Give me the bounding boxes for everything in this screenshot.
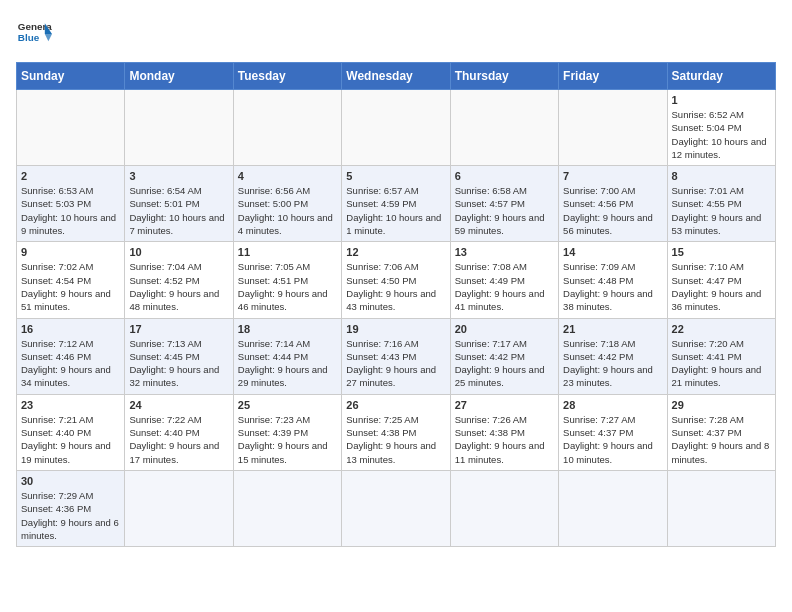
day-info: Sunrise: 7:25 AM Sunset: 4:38 PM Dayligh… (346, 413, 445, 466)
calendar-cell: 3Sunrise: 6:54 AM Sunset: 5:01 PM Daylig… (125, 166, 233, 242)
day-info: Sunrise: 7:29 AM Sunset: 4:36 PM Dayligh… (21, 489, 120, 542)
day-number: 29 (672, 399, 771, 411)
day-info: Sunrise: 7:23 AM Sunset: 4:39 PM Dayligh… (238, 413, 337, 466)
day-info: Sunrise: 6:52 AM Sunset: 5:04 PM Dayligh… (672, 108, 771, 161)
calendar-cell: 6Sunrise: 6:58 AM Sunset: 4:57 PM Daylig… (450, 166, 558, 242)
week-row-6: 30Sunrise: 7:29 AM Sunset: 4:36 PM Dayli… (17, 470, 776, 546)
day-number: 14 (563, 246, 662, 258)
day-info: Sunrise: 7:14 AM Sunset: 4:44 PM Dayligh… (238, 337, 337, 390)
calendar-cell: 21Sunrise: 7:18 AM Sunset: 4:42 PM Dayli… (559, 318, 667, 394)
weekday-header-saturday: Saturday (667, 63, 775, 90)
calendar-cell: 19Sunrise: 7:16 AM Sunset: 4:43 PM Dayli… (342, 318, 450, 394)
day-info: Sunrise: 7:04 AM Sunset: 4:52 PM Dayligh… (129, 260, 228, 313)
calendar-cell: 5Sunrise: 6:57 AM Sunset: 4:59 PM Daylig… (342, 166, 450, 242)
logo: General Blue (16, 16, 52, 52)
day-info: Sunrise: 7:18 AM Sunset: 4:42 PM Dayligh… (563, 337, 662, 390)
weekday-header-monday: Monday (125, 63, 233, 90)
calendar-cell (233, 90, 341, 166)
calendar-cell: 29Sunrise: 7:28 AM Sunset: 4:37 PM Dayli… (667, 394, 775, 470)
day-number: 10 (129, 246, 228, 258)
header: General Blue (16, 16, 776, 52)
svg-text:Blue: Blue (18, 32, 40, 43)
day-info: Sunrise: 7:20 AM Sunset: 4:41 PM Dayligh… (672, 337, 771, 390)
weekday-header-row: SundayMondayTuesdayWednesdayThursdayFrid… (17, 63, 776, 90)
day-info: Sunrise: 7:08 AM Sunset: 4:49 PM Dayligh… (455, 260, 554, 313)
calendar-cell: 9Sunrise: 7:02 AM Sunset: 4:54 PM Daylig… (17, 242, 125, 318)
calendar-cell: 4Sunrise: 6:56 AM Sunset: 5:00 PM Daylig… (233, 166, 341, 242)
week-row-5: 23Sunrise: 7:21 AM Sunset: 4:40 PM Dayli… (17, 394, 776, 470)
day-info: Sunrise: 6:54 AM Sunset: 5:01 PM Dayligh… (129, 184, 228, 237)
day-number: 13 (455, 246, 554, 258)
weekday-header-friday: Friday (559, 63, 667, 90)
calendar-cell (125, 90, 233, 166)
weekday-header-thursday: Thursday (450, 63, 558, 90)
calendar-cell (17, 90, 125, 166)
day-info: Sunrise: 7:09 AM Sunset: 4:48 PM Dayligh… (563, 260, 662, 313)
day-info: Sunrise: 6:56 AM Sunset: 5:00 PM Dayligh… (238, 184, 337, 237)
week-row-2: 2Sunrise: 6:53 AM Sunset: 5:03 PM Daylig… (17, 166, 776, 242)
day-number: 11 (238, 246, 337, 258)
day-number: 20 (455, 323, 554, 335)
day-number: 12 (346, 246, 445, 258)
day-number: 25 (238, 399, 337, 411)
calendar-cell: 13Sunrise: 7:08 AM Sunset: 4:49 PM Dayli… (450, 242, 558, 318)
day-info: Sunrise: 7:06 AM Sunset: 4:50 PM Dayligh… (346, 260, 445, 313)
day-number: 24 (129, 399, 228, 411)
day-number: 26 (346, 399, 445, 411)
day-number: 21 (563, 323, 662, 335)
calendar-cell (559, 90, 667, 166)
day-number: 23 (21, 399, 120, 411)
day-number: 1 (672, 94, 771, 106)
logo-icon: General Blue (16, 16, 52, 52)
day-info: Sunrise: 7:17 AM Sunset: 4:42 PM Dayligh… (455, 337, 554, 390)
day-info: Sunrise: 6:57 AM Sunset: 4:59 PM Dayligh… (346, 184, 445, 237)
calendar-cell: 18Sunrise: 7:14 AM Sunset: 4:44 PM Dayli… (233, 318, 341, 394)
day-info: Sunrise: 7:16 AM Sunset: 4:43 PM Dayligh… (346, 337, 445, 390)
calendar-cell: 14Sunrise: 7:09 AM Sunset: 4:48 PM Dayli… (559, 242, 667, 318)
calendar-cell: 8Sunrise: 7:01 AM Sunset: 4:55 PM Daylig… (667, 166, 775, 242)
day-info: Sunrise: 7:26 AM Sunset: 4:38 PM Dayligh… (455, 413, 554, 466)
calendar-cell: 22Sunrise: 7:20 AM Sunset: 4:41 PM Dayli… (667, 318, 775, 394)
calendar-cell: 10Sunrise: 7:04 AM Sunset: 4:52 PM Dayli… (125, 242, 233, 318)
calendar-cell: 7Sunrise: 7:00 AM Sunset: 4:56 PM Daylig… (559, 166, 667, 242)
day-number: 2 (21, 170, 120, 182)
calendar-cell: 30Sunrise: 7:29 AM Sunset: 4:36 PM Dayli… (17, 470, 125, 546)
calendar-cell: 2Sunrise: 6:53 AM Sunset: 5:03 PM Daylig… (17, 166, 125, 242)
day-info: Sunrise: 7:27 AM Sunset: 4:37 PM Dayligh… (563, 413, 662, 466)
day-number: 6 (455, 170, 554, 182)
day-number: 28 (563, 399, 662, 411)
day-number: 5 (346, 170, 445, 182)
day-info: Sunrise: 7:01 AM Sunset: 4:55 PM Dayligh… (672, 184, 771, 237)
calendar-cell: 16Sunrise: 7:12 AM Sunset: 4:46 PM Dayli… (17, 318, 125, 394)
calendar-cell (233, 470, 341, 546)
calendar-cell (559, 470, 667, 546)
calendar-table: SundayMondayTuesdayWednesdayThursdayFrid… (16, 62, 776, 547)
calendar-cell (342, 470, 450, 546)
day-number: 19 (346, 323, 445, 335)
day-info: Sunrise: 7:02 AM Sunset: 4:54 PM Dayligh… (21, 260, 120, 313)
week-row-3: 9Sunrise: 7:02 AM Sunset: 4:54 PM Daylig… (17, 242, 776, 318)
calendar-cell (125, 470, 233, 546)
calendar-cell: 26Sunrise: 7:25 AM Sunset: 4:38 PM Dayli… (342, 394, 450, 470)
calendar-cell: 11Sunrise: 7:05 AM Sunset: 4:51 PM Dayli… (233, 242, 341, 318)
day-info: Sunrise: 7:21 AM Sunset: 4:40 PM Dayligh… (21, 413, 120, 466)
day-number: 16 (21, 323, 120, 335)
day-info: Sunrise: 7:05 AM Sunset: 4:51 PM Dayligh… (238, 260, 337, 313)
calendar-cell: 1Sunrise: 6:52 AM Sunset: 5:04 PM Daylig… (667, 90, 775, 166)
day-info: Sunrise: 7:13 AM Sunset: 4:45 PM Dayligh… (129, 337, 228, 390)
day-info: Sunrise: 6:53 AM Sunset: 5:03 PM Dayligh… (21, 184, 120, 237)
calendar-cell: 27Sunrise: 7:26 AM Sunset: 4:38 PM Dayli… (450, 394, 558, 470)
calendar-cell: 15Sunrise: 7:10 AM Sunset: 4:47 PM Dayli… (667, 242, 775, 318)
calendar-cell: 23Sunrise: 7:21 AM Sunset: 4:40 PM Dayli… (17, 394, 125, 470)
day-info: Sunrise: 7:00 AM Sunset: 4:56 PM Dayligh… (563, 184, 662, 237)
calendar-cell: 12Sunrise: 7:06 AM Sunset: 4:50 PM Dayli… (342, 242, 450, 318)
day-number: 15 (672, 246, 771, 258)
weekday-header-sunday: Sunday (17, 63, 125, 90)
weekday-header-wednesday: Wednesday (342, 63, 450, 90)
day-number: 7 (563, 170, 662, 182)
day-info: Sunrise: 6:58 AM Sunset: 4:57 PM Dayligh… (455, 184, 554, 237)
day-number: 4 (238, 170, 337, 182)
calendar-cell (450, 90, 558, 166)
day-number: 22 (672, 323, 771, 335)
calendar-cell (450, 470, 558, 546)
